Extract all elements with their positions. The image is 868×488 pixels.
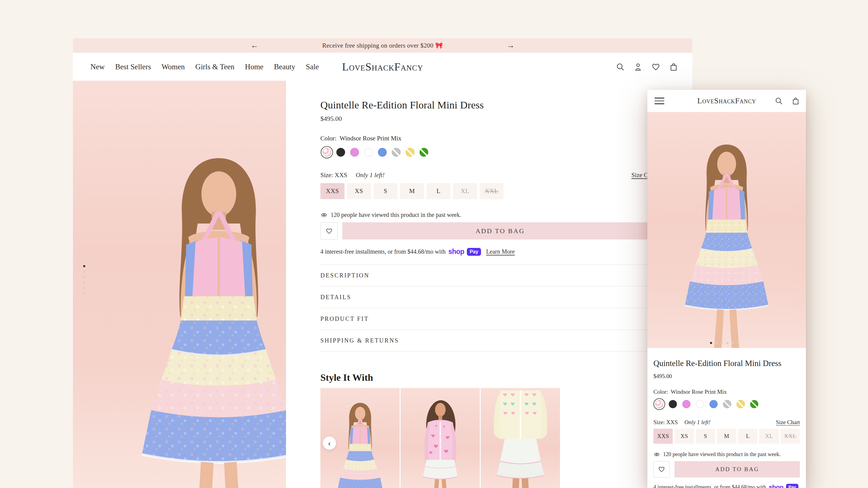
account-icon[interactable] — [633, 62, 643, 72]
bag-icon[interactable] — [669, 62, 678, 72]
gallery-dot[interactable] — [710, 342, 712, 344]
banner-prev-arrow-icon[interactable]: ← — [251, 41, 258, 50]
size-label: Size: XXS — [653, 419, 678, 426]
style-it-with-heading: Style It With — [320, 372, 658, 383]
color-swatch-black[interactable] — [669, 400, 677, 408]
shop-pay-badge: Pay — [467, 248, 481, 256]
size-button-xxl[interactable]: XXL — [479, 183, 504, 199]
menu-icon[interactable] — [655, 98, 664, 104]
gallery-dot[interactable] — [737, 342, 739, 344]
search-icon[interactable] — [615, 62, 625, 72]
accordion-product-fit[interactable]: PRODUCT FIT — [320, 308, 658, 330]
eye-icon — [320, 211, 328, 218]
installments-row: 4 interest-free installments, or from $4… — [653, 484, 800, 488]
gallery-pagination-dots — [83, 265, 85, 294]
desktop-browser-view: ← Receive free shipping on orders over $… — [73, 38, 692, 488]
promo-banner: ← Receive free shipping on orders over $… — [73, 38, 692, 53]
add-to-wishlist-button[interactable] — [320, 222, 338, 239]
color-swatch-green-sold-out[interactable] — [420, 148, 428, 157]
gallery-dot[interactable] — [726, 342, 728, 344]
accordion-description[interactable]: DESCRIPTION — [320, 265, 658, 287]
size-button-l[interactable]: L — [427, 183, 451, 199]
nav-item-home[interactable]: Home — [245, 63, 264, 71]
size-button-s[interactable]: S — [696, 429, 715, 444]
color-swatch-blue[interactable] — [378, 148, 387, 157]
gallery-dot[interactable] — [83, 270, 85, 272]
size-button-xs[interactable]: XS — [675, 429, 694, 444]
mobile-brand-logo[interactable]: LoveShackFancy — [697, 96, 756, 105]
color-swatch-green-sold-out[interactable] — [750, 400, 758, 408]
size-chart-link[interactable]: Size Chart — [776, 419, 800, 426]
accordion-details[interactable]: DETAILS — [320, 287, 658, 308]
size-button-s[interactable]: S — [373, 183, 398, 199]
style-card-photo-pink-cardigan — [406, 393, 475, 488]
gallery-dot[interactable] — [715, 342, 718, 344]
nav-item-beauty[interactable]: Beauty — [274, 63, 296, 71]
gallery-dot[interactable] — [83, 281, 85, 284]
carousel-prev-icon[interactable]: ‹ — [323, 436, 336, 450]
color-swatch-gray-sold-out[interactable] — [723, 400, 731, 408]
mobile-header: LoveShackFancy — [647, 90, 806, 112]
nav-item-best-sellers[interactable]: Best Sellers — [115, 63, 151, 71]
color-swatch-white[interactable] — [364, 148, 373, 157]
size-button-xxs[interactable]: XXS — [320, 183, 344, 199]
color-swatch-gray-sold-out[interactable] — [392, 148, 401, 157]
color-swatch-yellow-sold-out[interactable] — [737, 400, 745, 408]
main-navbar: New Best Sellers Women Girls & Teen Home… — [73, 53, 692, 81]
mobile-gallery-dots — [710, 342, 739, 344]
search-icon[interactable] — [774, 96, 784, 106]
viewed-note-row: 120 people have viewed this product in t… — [653, 451, 800, 458]
color-swatch-black[interactable] — [336, 148, 345, 157]
wishlist-heart-icon[interactable] — [651, 62, 661, 72]
nav-item-women[interactable]: Women — [161, 63, 185, 71]
size-button-xxl[interactable]: XXL — [781, 429, 800, 444]
gallery-dot[interactable] — [83, 287, 85, 289]
eye-icon — [653, 451, 660, 458]
gallery-dot[interactable] — [721, 342, 723, 344]
banner-next-arrow-icon[interactable]: → — [507, 41, 515, 50]
gallery-dot[interactable] — [732, 342, 734, 344]
brand-logo[interactable]: LoveShackFancy — [342, 61, 423, 73]
nav-item-new[interactable]: New — [90, 63, 104, 71]
product-photo-model-in-floral-dress — [670, 132, 784, 348]
size-button-xxs[interactable]: XXS — [653, 429, 673, 444]
color-swatch-windsor-rose-print[interactable] — [655, 400, 663, 408]
size-button-xl[interactable]: XL — [759, 429, 778, 444]
size-button-xl[interactable]: XL — [453, 183, 477, 199]
add-to-wishlist-button[interactable] — [653, 461, 670, 478]
color-swatch-yellow-sold-out[interactable] — [406, 148, 414, 157]
size-button-xs[interactable]: XS — [347, 183, 371, 199]
heart-icon — [326, 227, 333, 235]
bag-icon[interactable] — [791, 96, 801, 106]
color-swatch-white[interactable] — [696, 400, 704, 408]
product-accordion: DESCRIPTION DETAILS PRODUCT FIT SHIPPING… — [320, 264, 658, 352]
color-swatches — [653, 398, 800, 410]
add-to-bag-button[interactable]: ADD TO BAG — [675, 461, 800, 478]
gallery-dot[interactable] — [83, 276, 85, 278]
size-button-l[interactable]: L — [738, 429, 757, 444]
size-button-m[interactable]: M — [400, 183, 424, 199]
size-label: Size: XXS — [320, 171, 347, 179]
color-swatches — [320, 146, 658, 159]
product-price: $495.00 — [320, 115, 658, 123]
viewed-note: 120 people have viewed this product in t… — [663, 451, 781, 458]
color-swatch-orchid-pink[interactable] — [350, 148, 359, 157]
style-card-pink-cardigan[interactable] — [401, 388, 480, 488]
product-info-panel: Quintelle Re-Edition Floral Mini Dress $… — [286, 81, 692, 488]
add-to-bag-button[interactable]: ADD TO BAG — [342, 222, 658, 239]
style-card-cream-cardigan[interactable] — [481, 388, 560, 488]
color-value: Windsor Rose Print Mix — [340, 135, 401, 142]
gallery-dot[interactable] — [83, 265, 85, 267]
nav-item-sale[interactable]: Sale — [306, 63, 319, 71]
color-swatch-orchid-pink[interactable] — [682, 400, 690, 408]
nav-item-girls-teen[interactable]: Girls & Teen — [195, 63, 235, 71]
size-button-m[interactable]: M — [717, 429, 736, 444]
gallery-dot[interactable] — [83, 292, 85, 294]
color-swatch-blue[interactable] — [710, 400, 718, 408]
shop-pay-logo: shop — [769, 484, 783, 488]
learn-more-link[interactable]: Learn More — [486, 248, 515, 255]
nav-links: New Best Sellers Women Girls & Teen Home… — [90, 53, 319, 81]
accordion-shipping-returns[interactable]: SHIPPING & RETURNS — [320, 330, 658, 352]
color-row: Color: Windsor Rose Print Mix — [320, 135, 658, 142]
color-swatch-windsor-rose-print[interactable] — [322, 148, 331, 157]
